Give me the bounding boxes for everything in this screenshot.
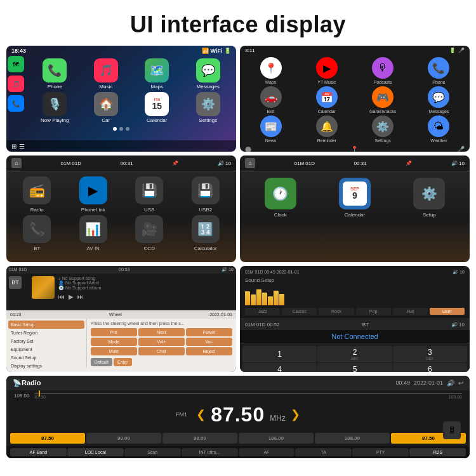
key-2[interactable]: 2ABC <box>317 346 392 362</box>
carplay-car[interactable]: 🏠 Car <box>82 92 131 123</box>
wheel-left-menu: Basic Setup Tuner Region Factory Set Equ… <box>6 319 87 367</box>
android-reminder[interactable]: 🔔 Reminder <box>300 116 354 143</box>
wheel-btn-voldwn[interactable]: Vol- <box>186 338 232 346</box>
header-pin: 📌 <box>172 161 178 166</box>
menu-usb2[interactable]: 💾 USB2 <box>179 176 233 213</box>
preset-2[interactable]: 90.00 <box>86 433 161 444</box>
wheel-btn-power[interactable]: Power <box>186 328 232 336</box>
radio-freq-end: 108.00 <box>14 393 29 399</box>
eq-preset-flat[interactable]: Flat <box>393 308 428 315</box>
wheel-btn-next[interactable]: Next <box>138 328 185 336</box>
menu-bt[interactable]: 📞 BT <box>10 215 64 251</box>
key-1[interactable]: 1 <box>242 346 317 362</box>
eq-preset-jazz[interactable]: Jazz <box>245 308 280 315</box>
play-button[interactable]: ▶ <box>69 293 74 300</box>
menu-ccd[interactable]: 🎥 CCD <box>122 215 176 251</box>
radio-prev-btn[interactable]: ❮ <box>196 407 206 421</box>
carplay-settings[interactable]: ⚙️ Settings <box>184 92 233 123</box>
android-exit[interactable]: 🚗 Exit <box>244 86 298 114</box>
radio-next-btn[interactable]: ❯ <box>291 407 300 421</box>
key-3[interactable]: 3DEF <box>393 346 467 362</box>
android-messages[interactable]: 💬 Messages <box>412 86 466 114</box>
eq-preset-pop[interactable]: Pop <box>356 308 391 315</box>
carplay-phone[interactable]: 📞 Phone <box>30 58 79 89</box>
wheel-btn-mute[interactable]: Mute <box>91 347 137 355</box>
android-maps[interactable]: 📍 Maps <box>244 57 298 84</box>
radio-function-bar: AF Band LOC Local Scan INT Intro... AF T… <box>6 446 470 458</box>
wheel-btn-reject[interactable]: Reject <box>186 347 232 355</box>
carplay-maps[interactable]: 🗺️ Maps <box>133 58 182 89</box>
carplay-messages[interactable]: 💬 Messages <box>184 58 233 89</box>
preset-1[interactable]: 87.50 <box>10 433 85 444</box>
radio-func-af[interactable]: AF <box>239 448 295 456</box>
carplay-calendar[interactable]: FRI 15 Calendar <box>133 92 182 123</box>
menu-avin[interactable]: 📊 AV IN <box>67 215 121 251</box>
carplay-nowplaying[interactable]: 🎙️ Now Playing <box>30 92 79 123</box>
radio-func-band[interactable]: AF Band <box>10 448 67 456</box>
side-icon-phone[interactable]: 📞 <box>8 95 24 112</box>
radio-func-rds[interactable]: RDS <box>409 448 466 456</box>
key-6[interactable]: 6MNO <box>393 363 467 372</box>
track-name: No Support song <box>62 276 96 281</box>
carplay-settings-label: Settings <box>199 117 217 123</box>
menu-radio[interactable]: 📻 Radio <box>10 176 64 213</box>
eq-info: 01M 01D 00:49 2022-01-01 <box>245 270 300 275</box>
preset-5[interactable]: 108.00 <box>315 433 390 444</box>
radio-back-icon[interactable]: ↩ <box>458 380 463 387</box>
radio-func-scan[interactable]: Scan <box>124 448 181 456</box>
menu-phonelink[interactable]: ▶ PhoneLink <box>67 176 121 213</box>
wheel-btn-chat[interactable]: Chat <box>138 347 185 355</box>
side-icon-maps[interactable]: 🗺 <box>8 56 24 72</box>
wheel-btn-default[interactable]: Default <box>91 358 112 366</box>
wheel-item-sound[interactable]: Sound Setup <box>8 354 84 362</box>
radio-func-local[interactable]: LOC Local <box>67 448 124 456</box>
music-sidebar-icons: BT <box>9 276 28 300</box>
android-calendar[interactable]: 📅 Calendar <box>300 86 354 114</box>
wheel-btn-mode[interactable]: Mode <box>91 338 137 346</box>
radio-func-ta[interactable]: TA <box>295 448 352 456</box>
eq-vol: 🔊 10 <box>453 270 465 275</box>
menu-calendar[interactable]: SEP 9 Calendar <box>319 178 390 218</box>
next-button[interactable]: ⏭ <box>77 293 84 300</box>
ccd-icon: 🎥 <box>135 215 163 243</box>
carplay-music[interactable]: 🎵 Music <box>82 58 131 89</box>
radio-equalizer-btn[interactable]: 🎛 <box>443 421 461 439</box>
eq-preset-rock[interactable]: Rock <box>319 308 354 315</box>
wheel-item-basic[interactable]: Basic Setup <box>8 321 84 329</box>
android-podcasts[interactable]: 🎙 Podcasts <box>356 57 410 84</box>
android-settings[interactable]: ⚙️ Settings <box>356 116 410 143</box>
eq-preset-classic[interactable]: Classic <box>282 308 317 315</box>
android-gamesnacks[interactable]: 🎮 GameSnacks <box>356 86 410 114</box>
android-news[interactable]: 📰 News <box>244 116 298 143</box>
wheel-btn-enter[interactable]: Enter <box>114 358 132 366</box>
wheel-item-equipment[interactable]: Equipment <box>8 345 84 354</box>
home-button[interactable]: ⌂ <box>11 158 22 168</box>
side-icon-music[interactable]: 🎵 <box>8 76 24 92</box>
wheel-item-factory[interactable]: Factory Set <box>8 337 84 345</box>
menu-calculator[interactable]: 🔢 Calculator <box>179 215 233 251</box>
wheel-item-display[interactable]: Display settings <box>8 362 84 370</box>
menu-clock[interactable]: 🕐 Clock <box>245 178 315 218</box>
artist-icon: 👤 <box>58 281 64 286</box>
radio-func-intro[interactable]: INT Intro... <box>182 448 238 456</box>
eq-preset-user[interactable]: User <box>430 308 465 315</box>
radio-func-pty[interactable]: PTY <box>352 448 409 456</box>
key-5[interactable]: 5JKL <box>317 363 392 372</box>
wheel-btn-volup[interactable]: Vol+ <box>138 338 185 346</box>
wheel-btn-pre[interactable]: Pre <box>91 328 137 336</box>
menu-setup[interactable]: ⚙️ Setup <box>394 178 465 218</box>
preset-4[interactable]: 106.00 <box>239 433 314 444</box>
android-ytmusic[interactable]: ▶ YT Music <box>300 57 354 84</box>
home-button-2[interactable]: ⌂ <box>245 158 255 168</box>
menu-usb[interactable]: 💾 USB <box>122 176 176 213</box>
carplay-messages-label: Messages <box>197 84 220 89</box>
android-phone[interactable]: 📞 Phone <box>412 57 466 84</box>
key-4[interactable]: 4GHI <box>242 363 317 372</box>
wheel-item-tuner[interactable]: Tuner Region <box>8 329 84 337</box>
preset-3[interactable]: 98.00 <box>162 433 237 444</box>
prev-button[interactable]: ⏮ <box>58 293 65 300</box>
android-weather[interactable]: 🌤 Weather <box>412 116 466 143</box>
album-art <box>32 276 55 299</box>
radio-time: 00:49 <box>395 380 410 386</box>
album-name: No Support album <box>65 286 101 290</box>
